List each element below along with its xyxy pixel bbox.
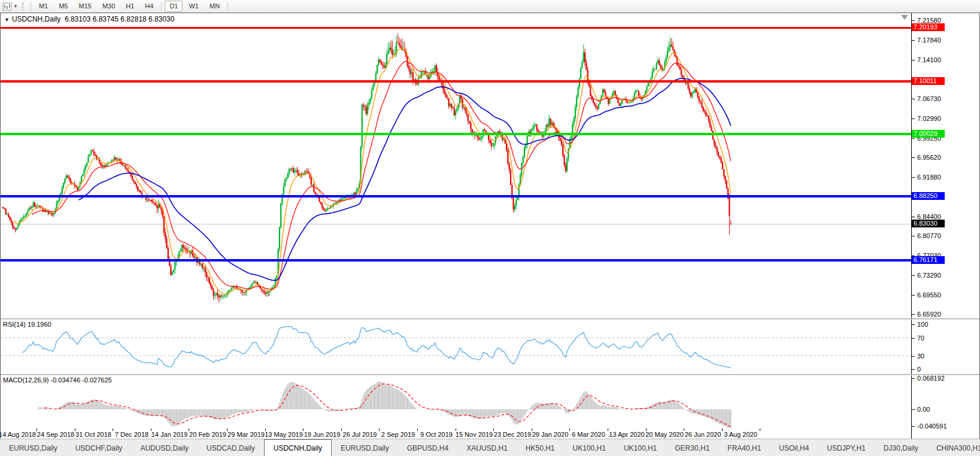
chart-tab-eurusd-daily[interactable]: EURUSD,Daily bbox=[332, 439, 398, 456]
candlestick-chart-canvas[interactable] bbox=[1, 13, 911, 318]
chart-tab-gbpusd-h4[interactable]: GBPUSD,H4 bbox=[398, 439, 457, 456]
date-label: 31 Oct 2018 bbox=[75, 431, 111, 438]
price-axis: 7.215807.178407.141007.067307.029906.992… bbox=[911, 13, 979, 318]
hline-price-label: 6.76171 bbox=[912, 256, 945, 264]
one-click-trading-arrow[interactable]: ▼ bbox=[4, 17, 10, 23]
date-axis-corner bbox=[911, 428, 979, 439]
axis-tick bbox=[912, 236, 915, 236]
axis-tick bbox=[912, 295, 915, 296]
date-label: 29 Jan 2020 bbox=[532, 431, 569, 438]
price-chart-pane[interactable]: ▼USDCNH,Daily 6.83103 6.83745 6.82818 6.… bbox=[1, 13, 911, 318]
chart-tab-uk100-h1[interactable]: UK100,H1 bbox=[615, 439, 666, 456]
date-label: 15 Nov 2019 bbox=[456, 431, 493, 438]
date-label: 24 Sep 2018 bbox=[37, 431, 74, 438]
date-axis: 14 Aug 201824 Sep 201831 Oct 20187 Dec 2… bbox=[1, 428, 911, 439]
chart-tab-uk100-h1[interactable]: UK100,H1 bbox=[564, 439, 615, 456]
macd-indicator-pane[interactable]: MACD(12,26,9) -0.034746 -0.027625 bbox=[1, 375, 911, 428]
timeframe-button-w1[interactable]: W1 bbox=[184, 1, 204, 12]
date-label: 9 Oct 2019 bbox=[420, 431, 453, 438]
chart-tab-usdcnh-daily[interactable]: USDCNH,Daily bbox=[264, 439, 332, 456]
macd-tick-label: 0.068192 bbox=[917, 375, 945, 382]
chart-tab-usdjpy-h1[interactable]: USDJPY,H1 bbox=[818, 439, 874, 456]
rsi-axis: 10070300 bbox=[911, 320, 979, 374]
rsi-tick-label: 30 bbox=[917, 352, 924, 360]
timeframe-button-h1[interactable]: H1 bbox=[121, 1, 139, 12]
date-tick bbox=[569, 428, 570, 431]
chart-shift-marker bbox=[901, 15, 908, 20]
chart-window-icon bbox=[2, 2, 12, 11]
chart-tab-ger30-h1[interactable]: GER30,H1 bbox=[666, 439, 718, 456]
date-label: 26 Jun 2020 bbox=[685, 431, 721, 438]
macd-axis: 0.0681920.00-0.040591 bbox=[911, 375, 979, 428]
date-label: 13 May 2019 bbox=[265, 431, 303, 438]
price-tick-label: 6.65920 bbox=[917, 311, 941, 318]
hline-price-label: 7.00029 bbox=[912, 130, 945, 138]
chart-tab-china300-h1[interactable]: CHINA300,H1 bbox=[927, 439, 980, 456]
toolbar-separator bbox=[31, 2, 31, 11]
date-label: 19 Jun 2019 bbox=[304, 431, 341, 438]
current-price-label: 6.83030 bbox=[912, 220, 945, 227]
date-tick bbox=[417, 428, 418, 431]
chart-tab-usdcad-daily[interactable]: USDCAD,Daily bbox=[198, 439, 264, 456]
date-label: 26 Jul 2019 bbox=[343, 431, 377, 438]
axis-tick bbox=[912, 217, 915, 217]
chart-tab-dj30-daily[interactable]: DJ30,Daily bbox=[875, 439, 927, 456]
date-tick bbox=[722, 428, 723, 431]
timeframe-toolbar: ▼ M1M5M15M30H1H4D1W1MN bbox=[0, 0, 980, 13]
rsi-label: RSI(14) 19.1960 bbox=[3, 321, 51, 328]
rsi-indicator-pane[interactable]: RSI(14) 19.1960 bbox=[1, 320, 911, 374]
macd-tick-label: 0.00 bbox=[917, 406, 930, 413]
chart-symbol-label: USDCNH,Daily bbox=[12, 15, 60, 23]
chart-ohlc-values: 6.83103 6.83745 6.82818 6.83030 bbox=[65, 15, 175, 23]
chart-tab-fra40-h1[interactable]: FRA40,H1 bbox=[718, 439, 770, 456]
chart-tab-usoil-h4[interactable]: USOil,H4 bbox=[770, 439, 818, 456]
date-label: 13 Apr 2020 bbox=[609, 431, 644, 438]
date-label: 29 Mar 2019 bbox=[227, 431, 265, 438]
hline-price-label: 7.20193 bbox=[912, 23, 945, 31]
rsi-tick-label: 0 bbox=[917, 366, 921, 373]
axis-tick bbox=[912, 60, 915, 60]
price-tick-label: 6.95620 bbox=[917, 154, 941, 161]
date-label: 20 Feb 2019 bbox=[189, 431, 226, 438]
timeframe-button-mn[interactable]: MN bbox=[205, 1, 224, 12]
chart-tab-audusd-daily[interactable]: AUDUSD,Daily bbox=[131, 439, 198, 456]
rsi-tick-label: 100 bbox=[917, 321, 928, 328]
axis-tick bbox=[912, 157, 915, 158]
macd-label: MACD(12,26,9) -0.034746 -0.027625 bbox=[3, 376, 112, 384]
axis-tick bbox=[912, 314, 915, 315]
rsi-chart-canvas[interactable] bbox=[1, 320, 911, 374]
hline-price-label: 7.10011 bbox=[912, 77, 945, 85]
timeframe-button-m5[interactable]: M5 bbox=[54, 1, 72, 12]
price-tick-label: 6.91880 bbox=[917, 174, 941, 181]
date-tick bbox=[113, 428, 113, 431]
price-tick-label: 6.69550 bbox=[917, 291, 941, 299]
chart-tab-hk50-h1[interactable]: HK50,H1 bbox=[517, 439, 564, 456]
chart-title: ▼USDCNH,Daily 6.83103 6.83745 6.82818 6.… bbox=[4, 15, 174, 23]
timeframe-button-h4[interactable]: H4 bbox=[140, 1, 158, 12]
axis-tick bbox=[912, 20, 915, 21]
date-label: 14 Aug 2018 bbox=[1, 431, 36, 438]
price-tick-label: 7.02990 bbox=[917, 115, 941, 122]
axis-tick bbox=[912, 99, 915, 99]
chart-tab-bar: EURUSD,DailyUSDCHF,DailyAUDUSD,DailyUSDC… bbox=[0, 439, 980, 456]
timeframe-button-m30[interactable]: M30 bbox=[98, 1, 120, 12]
date-tick bbox=[608, 428, 608, 431]
date-label: 3 Aug 2020 bbox=[724, 431, 757, 438]
chart-tab-usdchf-daily[interactable]: USDCHF,Daily bbox=[66, 439, 132, 456]
date-label: 14 Jan 2019 bbox=[151, 431, 188, 438]
date-tick bbox=[379, 428, 380, 431]
timeframe-button-m15[interactable]: M15 bbox=[74, 1, 96, 12]
date-label: 2 Sep 2019 bbox=[381, 431, 415, 438]
chart-tool-button[interactable]: ▼ bbox=[0, 2, 20, 11]
toolbar-grip[interactable] bbox=[22, 2, 25, 10]
chart-tab-xauusd-h1[interactable]: XAUUSD,H1 bbox=[457, 439, 517, 456]
timeframe-button-m1[interactable]: M1 bbox=[34, 1, 53, 12]
mt4-application-window: ▼ M1M5M15M30H1H4D1W1MN ▼USDCNH,Daily 6.8… bbox=[0, 0, 980, 456]
timeframe-button-d1[interactable]: D1 bbox=[165, 1, 183, 12]
toolbar-separator bbox=[227, 2, 228, 11]
chart-tab-eurusd-daily[interactable]: EURUSD,Daily bbox=[0, 439, 66, 456]
date-label: 7 Dec 2018 bbox=[115, 431, 148, 438]
chart-window: ▼USDCNH,Daily 6.83103 6.83745 6.82818 6.… bbox=[0, 13, 980, 439]
date-tick bbox=[341, 428, 342, 431]
macd-chart-canvas[interactable] bbox=[1, 375, 911, 428]
